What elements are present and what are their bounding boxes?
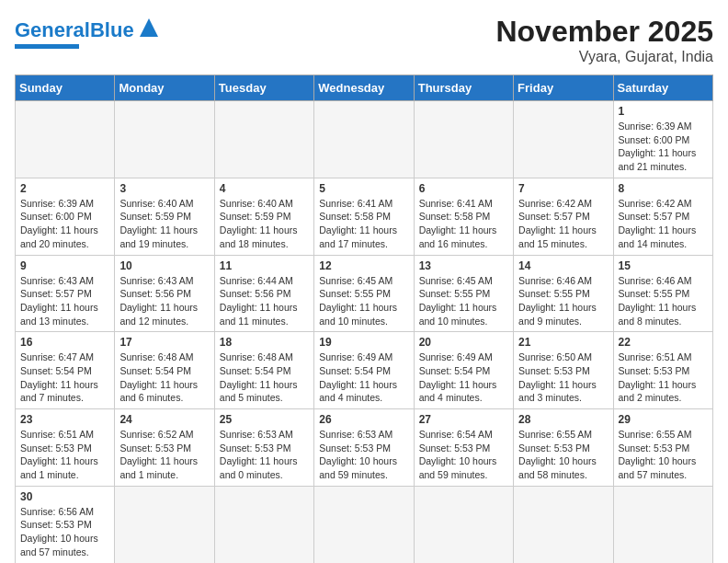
logo-icon bbox=[136, 15, 162, 40]
calendar-body: 1Sunrise: 6:39 AMSunset: 6:00 PMDaylight… bbox=[16, 101, 713, 564]
day-info: Sunrise: 6:54 AMSunset: 5:53 PMDaylight:… bbox=[419, 428, 508, 482]
weekday-row: SundayMondayTuesdayWednesdayThursdayFrid… bbox=[16, 75, 713, 101]
day-number: 19 bbox=[319, 336, 408, 349]
weekday-header-wednesday: Wednesday bbox=[314, 75, 414, 101]
calendar-cell: 17Sunrise: 6:48 AMSunset: 5:54 PMDayligh… bbox=[115, 332, 214, 409]
day-info: Sunrise: 6:43 AMSunset: 5:56 PMDaylight:… bbox=[119, 274, 209, 328]
calendar-cell: 14Sunrise: 6:46 AMSunset: 5:55 PMDayligh… bbox=[514, 255, 613, 332]
day-info: Sunrise: 6:44 AMSunset: 5:56 PMDaylight:… bbox=[220, 274, 309, 328]
day-number: 21 bbox=[518, 336, 608, 349]
calendar-cell: 15Sunrise: 6:46 AMSunset: 5:55 PMDayligh… bbox=[613, 255, 712, 332]
day-number: 3 bbox=[119, 182, 209, 195]
calendar-cell bbox=[115, 486, 214, 563]
svg-marker-0 bbox=[140, 18, 158, 37]
calendar-week-row: 16Sunrise: 6:47 AMSunset: 5:54 PMDayligh… bbox=[16, 332, 713, 409]
calendar-cell bbox=[414, 486, 513, 563]
calendar-cell: 25Sunrise: 6:53 AMSunset: 5:53 PMDayligh… bbox=[214, 409, 313, 487]
calendar-cell: 30Sunrise: 6:56 AMSunset: 5:53 PMDayligh… bbox=[16, 486, 115, 563]
calendar-cell: 6Sunrise: 6:41 AMSunset: 5:58 PMDaylight… bbox=[414, 178, 513, 255]
day-info: Sunrise: 6:51 AMSunset: 5:53 PMDaylight:… bbox=[20, 428, 109, 482]
day-number: 27 bbox=[419, 413, 508, 426]
calendar-cell: 18Sunrise: 6:48 AMSunset: 5:54 PMDayligh… bbox=[214, 332, 313, 409]
calendar-cell bbox=[115, 101, 214, 178]
calendar-cell: 5Sunrise: 6:41 AMSunset: 5:58 PMDaylight… bbox=[314, 178, 414, 255]
calendar-cell: 26Sunrise: 6:53 AMSunset: 5:53 PMDayligh… bbox=[314, 409, 414, 487]
day-number: 23 bbox=[20, 413, 109, 426]
day-number: 22 bbox=[619, 336, 708, 349]
day-info: Sunrise: 6:53 AMSunset: 5:53 PMDaylight:… bbox=[319, 428, 408, 482]
weekday-header-sunday: Sunday bbox=[16, 75, 115, 101]
day-info: Sunrise: 6:49 AMSunset: 5:54 PMDaylight:… bbox=[319, 350, 408, 405]
day-number: 8 bbox=[619, 182, 708, 195]
calendar-cell: 20Sunrise: 6:49 AMSunset: 5:54 PMDayligh… bbox=[414, 332, 513, 409]
day-number: 10 bbox=[119, 259, 209, 272]
calendar-cell bbox=[514, 486, 613, 563]
day-info: Sunrise: 6:55 AMSunset: 5:53 PMDaylight:… bbox=[518, 428, 608, 482]
calendar-cell bbox=[214, 486, 313, 563]
day-info: Sunrise: 6:56 AMSunset: 5:53 PMDaylight:… bbox=[20, 505, 109, 559]
day-info: Sunrise: 6:48 AMSunset: 5:54 PMDaylight:… bbox=[119, 350, 209, 405]
day-info: Sunrise: 6:40 AMSunset: 5:59 PMDaylight:… bbox=[119, 197, 209, 251]
day-number: 9 bbox=[20, 259, 109, 272]
calendar-cell: 1Sunrise: 6:39 AMSunset: 6:00 PMDaylight… bbox=[613, 101, 712, 178]
calendar-cell: 16Sunrise: 6:47 AMSunset: 5:54 PMDayligh… bbox=[16, 332, 115, 409]
page-header: GeneralBlue November 2025 Vyara, Gujarat… bbox=[15, 15, 713, 65]
day-number: 12 bbox=[319, 259, 408, 272]
day-number: 11 bbox=[220, 259, 309, 272]
day-number: 2 bbox=[20, 182, 109, 195]
weekday-header-saturday: Saturday bbox=[613, 75, 712, 101]
day-info: Sunrise: 6:48 AMSunset: 5:54 PMDaylight:… bbox=[220, 350, 309, 405]
logo: GeneralBlue bbox=[15, 15, 162, 49]
day-number: 17 bbox=[119, 336, 209, 349]
day-info: Sunrise: 6:52 AMSunset: 5:53 PMDaylight:… bbox=[119, 428, 209, 482]
calendar-cell: 29Sunrise: 6:55 AMSunset: 5:53 PMDayligh… bbox=[613, 409, 712, 487]
calendar-cell bbox=[613, 486, 712, 563]
location-subtitle: Vyara, Gujarat, India bbox=[495, 49, 713, 65]
calendar-cell: 8Sunrise: 6:42 AMSunset: 5:57 PMDaylight… bbox=[613, 178, 712, 255]
calendar-cell: 12Sunrise: 6:45 AMSunset: 5:55 PMDayligh… bbox=[314, 255, 414, 332]
calendar-cell: 23Sunrise: 6:51 AMSunset: 5:53 PMDayligh… bbox=[16, 409, 115, 487]
calendar-cell: 28Sunrise: 6:55 AMSunset: 5:53 PMDayligh… bbox=[514, 409, 613, 487]
calendar-cell bbox=[214, 101, 313, 178]
day-info: Sunrise: 6:43 AMSunset: 5:57 PMDaylight:… bbox=[20, 274, 109, 328]
day-number: 1 bbox=[619, 105, 708, 118]
calendar-week-row: 30Sunrise: 6:56 AMSunset: 5:53 PMDayligh… bbox=[16, 486, 713, 563]
calendar-cell: 10Sunrise: 6:43 AMSunset: 5:56 PMDayligh… bbox=[115, 255, 214, 332]
day-info: Sunrise: 6:46 AMSunset: 5:55 PMDaylight:… bbox=[518, 274, 608, 328]
calendar-cell: 21Sunrise: 6:50 AMSunset: 5:53 PMDayligh… bbox=[514, 332, 613, 409]
day-number: 6 bbox=[419, 182, 508, 195]
day-number: 25 bbox=[220, 413, 309, 426]
day-number: 5 bbox=[319, 182, 408, 195]
weekday-header-monday: Monday bbox=[115, 75, 214, 101]
calendar-cell bbox=[514, 101, 613, 178]
day-info: Sunrise: 6:50 AMSunset: 5:53 PMDaylight:… bbox=[518, 350, 608, 405]
day-number: 24 bbox=[119, 413, 209, 426]
day-number: 28 bbox=[518, 413, 608, 426]
day-number: 14 bbox=[518, 259, 608, 272]
calendar-week-row: 23Sunrise: 6:51 AMSunset: 5:53 PMDayligh… bbox=[16, 409, 713, 487]
day-number: 13 bbox=[419, 259, 508, 272]
day-info: Sunrise: 6:53 AMSunset: 5:53 PMDaylight:… bbox=[220, 428, 309, 482]
calendar-week-row: 9Sunrise: 6:43 AMSunset: 5:57 PMDaylight… bbox=[16, 255, 713, 332]
day-info: Sunrise: 6:45 AMSunset: 5:55 PMDaylight:… bbox=[319, 274, 408, 328]
calendar-cell: 7Sunrise: 6:42 AMSunset: 5:57 PMDaylight… bbox=[514, 178, 613, 255]
calendar-cell: 27Sunrise: 6:54 AMSunset: 5:53 PMDayligh… bbox=[414, 409, 513, 487]
calendar-cell: 4Sunrise: 6:40 AMSunset: 5:59 PMDaylight… bbox=[214, 178, 313, 255]
calendar-cell bbox=[314, 101, 414, 178]
day-info: Sunrise: 6:51 AMSunset: 5:53 PMDaylight:… bbox=[619, 350, 708, 405]
day-info: Sunrise: 6:49 AMSunset: 5:54 PMDaylight:… bbox=[419, 350, 508, 405]
title-block: November 2025 Vyara, Gujarat, India bbox=[495, 15, 713, 65]
day-info: Sunrise: 6:39 AMSunset: 6:00 PMDaylight:… bbox=[20, 197, 109, 251]
day-info: Sunrise: 6:41 AMSunset: 5:58 PMDaylight:… bbox=[319, 197, 408, 251]
logo-text: GeneralBlue bbox=[15, 18, 134, 42]
month-year-title: November 2025 bbox=[495, 15, 713, 49]
calendar-cell bbox=[314, 486, 414, 563]
weekday-header-tuesday: Tuesday bbox=[214, 75, 313, 101]
day-number: 18 bbox=[220, 336, 309, 349]
day-number: 16 bbox=[20, 336, 109, 349]
day-info: Sunrise: 6:55 AMSunset: 5:53 PMDaylight:… bbox=[619, 428, 708, 482]
day-info: Sunrise: 6:41 AMSunset: 5:58 PMDaylight:… bbox=[419, 197, 508, 251]
logo-blue: Blue bbox=[90, 18, 134, 41]
weekday-header-thursday: Thursday bbox=[414, 75, 513, 101]
day-info: Sunrise: 6:47 AMSunset: 5:54 PMDaylight:… bbox=[20, 350, 109, 405]
